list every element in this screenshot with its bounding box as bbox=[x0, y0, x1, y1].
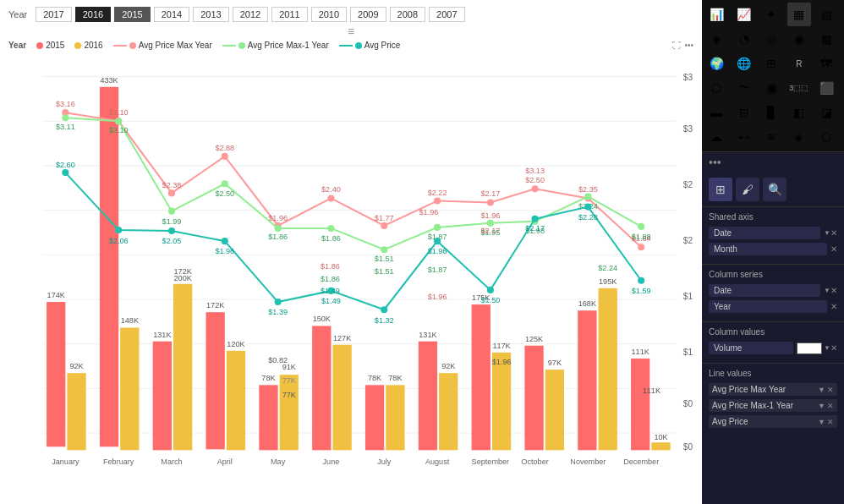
svg-text:$1.96: $1.96 bbox=[428, 247, 447, 255]
line-value-avg-price-max1-year: Avg Price Max-1 Year ▼ ✕ bbox=[709, 399, 837, 412]
more-dots[interactable]: ••• bbox=[702, 152, 844, 173]
line-value-avg-max-year-dropdown[interactable]: ▼ bbox=[818, 386, 825, 394]
svg-text:168K: 168K bbox=[578, 299, 596, 308]
line-value-label-avg-max-year: Avg Price Max Year bbox=[712, 385, 818, 394]
svg-text:$2.88: $2.88 bbox=[215, 144, 234, 152]
year-btn-2014[interactable]: 2014 bbox=[154, 7, 189, 22]
year-btn-2010[interactable]: 2010 bbox=[311, 7, 347, 22]
line-value-avg-max1-year-dropdown[interactable]: ▼ bbox=[818, 402, 825, 410]
svg-text:131K: 131K bbox=[419, 331, 436, 339]
svg-point-77 bbox=[115, 118, 122, 124]
right-panel: 📊 📈 ✦ ▦ ▤ ◈ ◔ ◎ ◉ ▦ 🌍 🌐 ⊞ R 🗺 ⬡ 〜 ▣ 3⬚⬚ … bbox=[702, 0, 844, 504]
year-btn-2008[interactable]: 2008 bbox=[390, 7, 425, 22]
tool-analytics[interactable]: 🔍 bbox=[763, 178, 786, 201]
svg-text:$3.13: $3.13 bbox=[525, 167, 545, 175]
line-values-section: Line values Avg Price Max Year ▼ ✕ Avg P… bbox=[702, 364, 844, 436]
year-btn-2017[interactable]: 2017 bbox=[36, 7, 71, 22]
svg-text:172K: 172K bbox=[206, 301, 224, 310]
svg-point-100 bbox=[62, 169, 69, 176]
svg-text:117K: 117K bbox=[492, 342, 510, 350]
line-value-avg-price-remove[interactable]: ✕ bbox=[827, 418, 834, 426]
svg-text:195K: 195K bbox=[599, 277, 617, 286]
icon-timeline[interactable]: ⊷ bbox=[732, 125, 756, 149]
icon-custom3[interactable]: ◈ bbox=[787, 125, 811, 149]
icon-chart-bar[interactable]: 📊 bbox=[704, 3, 728, 26]
svg-text:$1.0: $1.0 bbox=[683, 348, 693, 357]
icon-network[interactable]: ⬡ bbox=[704, 76, 728, 100]
line-value-avg-price: Avg Price ▼ ✕ bbox=[709, 415, 837, 428]
line-value-avg-price-dropdown[interactable]: ▼ bbox=[818, 418, 825, 426]
line-value-avg-max-year-remove[interactable]: ✕ bbox=[827, 386, 834, 394]
bar-2015-oct bbox=[524, 346, 543, 451]
year-btn-2013[interactable]: 2013 bbox=[193, 7, 228, 22]
year-btn-2012[interactable]: 2012 bbox=[233, 7, 268, 22]
shared-axis-month-remove[interactable]: ✕ bbox=[830, 244, 837, 254]
svg-text:$2.17: $2.17 bbox=[525, 224, 545, 233]
icon-gauge[interactable]: ◉ bbox=[787, 27, 811, 51]
icon-pie[interactable]: ◔ bbox=[732, 27, 756, 51]
icon-custom4[interactable]: ⬡ bbox=[814, 125, 838, 149]
icon-histogram[interactable]: ▊ bbox=[759, 101, 783, 124]
svg-point-82 bbox=[381, 246, 387, 253]
icon-map-filled[interactable]: 🌍 bbox=[704, 52, 728, 75]
expand-icon[interactable]: ⛶ bbox=[672, 41, 681, 50]
column-values-remove[interactable]: ✕ bbox=[830, 343, 837, 353]
svg-text:$1.50: $1.50 bbox=[480, 296, 500, 304]
line-value-avg-max1-year-remove[interactable]: ✕ bbox=[827, 402, 834, 410]
icon-chart-line[interactable]: 📈 bbox=[732, 3, 756, 26]
year-btn-2016[interactable]: 2016 bbox=[75, 7, 111, 22]
year-btn-2015[interactable]: 2015 bbox=[114, 7, 150, 22]
icon-funnel[interactable]: ◈ bbox=[704, 27, 728, 51]
icon-word-cloud[interactable]: ☁ bbox=[704, 125, 728, 149]
svg-point-78 bbox=[168, 208, 175, 215]
svg-text:174K: 174K bbox=[47, 291, 65, 299]
line-value-avg-price-max-year: Avg Price Max Year ▼ ✕ bbox=[709, 383, 837, 396]
svg-point-107 bbox=[434, 238, 441, 244]
shared-axis-month-tag: Month bbox=[709, 243, 827, 255]
more-options-icon[interactable]: ••• bbox=[684, 41, 693, 50]
icon-map-bubble[interactable]: 🌐 bbox=[732, 52, 756, 75]
icon-sparkline[interactable]: 〜 bbox=[732, 76, 756, 100]
svg-point-103 bbox=[222, 238, 228, 244]
column-series-year-remove[interactable]: ✕ bbox=[830, 302, 837, 311]
year-btn-2011[interactable]: 2011 bbox=[271, 7, 307, 22]
icon-custom1[interactable]: ◧ bbox=[787, 101, 811, 124]
tool-fields[interactable]: ⊞ bbox=[709, 178, 732, 201]
icon-chart-table[interactable]: ▤ bbox=[814, 3, 838, 26]
icon-3bar[interactable]: 3⬚⬚ bbox=[787, 76, 811, 100]
icon-matrix[interactable]: ▦ bbox=[814, 27, 838, 51]
year-nav-label: Year bbox=[8, 9, 27, 19]
svg-text:150K: 150K bbox=[313, 315, 331, 323]
shared-axis-date-tag: Date bbox=[709, 227, 820, 239]
year-btn-2007[interactable]: 2007 bbox=[429, 7, 464, 22]
column-series-date-remove[interactable]: ✕ bbox=[830, 286, 837, 295]
icon-waterfall[interactable]: ⬛ bbox=[814, 76, 838, 100]
column-series-date-tag: Date bbox=[709, 284, 820, 297]
icon-bullets[interactable]: ⊟ bbox=[732, 101, 756, 124]
column-series-dropdown[interactable]: ▼ bbox=[824, 287, 830, 294]
column-values-dropdown[interactable]: ▼ bbox=[824, 344, 830, 352]
bar-2016-feb bbox=[120, 327, 139, 450]
icon-sankey[interactable]: ≋ bbox=[759, 125, 783, 149]
svg-text:111K: 111K bbox=[643, 386, 660, 395]
icon-treemap[interactable]: ⊞ bbox=[759, 52, 783, 75]
bar-2015-jul bbox=[365, 385, 384, 450]
icon-bar2[interactable]: ▬ bbox=[704, 101, 728, 124]
shared-axis-date-dropdown[interactable]: ▼ bbox=[824, 229, 830, 237]
icon-kpi[interactable]: ▣ bbox=[759, 76, 783, 100]
year-btn-2009[interactable]: 2009 bbox=[350, 7, 386, 22]
icon-chart-scatter[interactable]: ✦ bbox=[759, 3, 783, 26]
icon-chart-combo[interactable]: ▦ bbox=[787, 3, 811, 26]
svg-text:433K: 433K bbox=[100, 76, 118, 85]
shared-axis-date-remove[interactable]: ✕ bbox=[830, 228, 837, 238]
icon-r-visual[interactable]: R bbox=[787, 52, 811, 75]
icon-custom2[interactable]: ◪ bbox=[814, 101, 838, 124]
column-series-title: Column series bbox=[709, 270, 837, 279]
icon-donut[interactable]: ◎ bbox=[759, 27, 783, 51]
bar-2015-feb bbox=[100, 87, 118, 447]
svg-point-111 bbox=[638, 277, 644, 284]
icon-globe[interactable]: 🗺 bbox=[814, 52, 838, 75]
bar-2016-nov bbox=[599, 288, 617, 450]
tool-format[interactable]: 🖌 bbox=[736, 178, 759, 201]
column-series-year-tag: Year bbox=[709, 300, 827, 313]
